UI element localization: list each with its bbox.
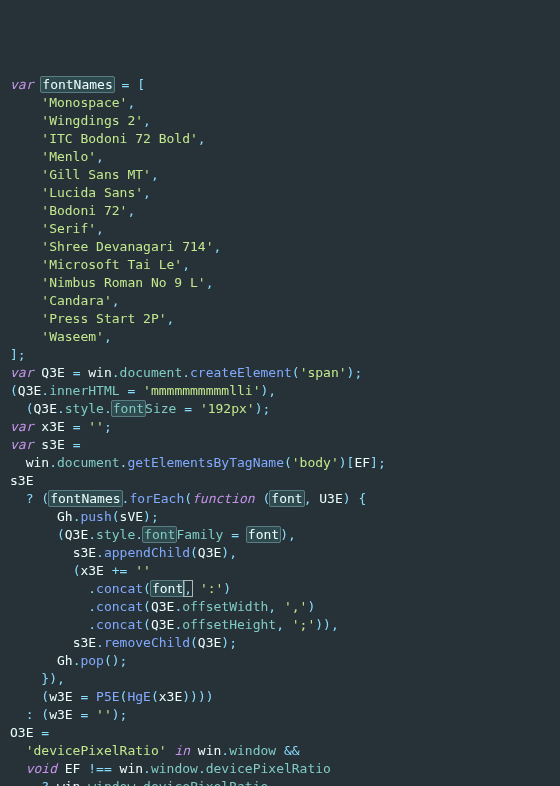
code-line: var Q3E = win.document.createElement('sp…	[10, 364, 550, 382]
code-line: s3E.appendChild(Q3E),	[10, 544, 550, 562]
code-line: : (w3E = '');	[10, 706, 550, 724]
code-line: 'Serif',	[10, 220, 550, 238]
code-line: 'Nimbus Roman No 9 L',	[10, 274, 550, 292]
code-line: 'Bodoni 72',	[10, 202, 550, 220]
code-line: Gh.pop();	[10, 652, 550, 670]
code-line: 'Wingdings 2',	[10, 112, 550, 130]
code-line: s3E	[10, 472, 550, 490]
code-line: (Q3E.style.fontSize = '192px');	[10, 400, 550, 418]
code-line: (Q3E.innerHTML = 'mmmmmmmmmmlli'),	[10, 382, 550, 400]
code-line: 'ITC Bodoni 72 Bold',	[10, 130, 550, 148]
code-line: .concat(Q3E.offsetHeight, ';')),	[10, 616, 550, 634]
code-line: 'Menlo',	[10, 148, 550, 166]
code-editor[interactable]: var fontNames = [ 'Monospace', 'Wingding…	[10, 76, 550, 786]
code-line: ];	[10, 346, 550, 364]
code-line: 'Lucida Sans',	[10, 184, 550, 202]
code-line: 'Shree Devanagari 714',	[10, 238, 550, 256]
code-line: 'Candara',	[10, 292, 550, 310]
code-line: ? (fontNames.forEach(function (font, U3E…	[10, 490, 550, 508]
code-line: win.document.getElementsByTagName('body'…	[10, 454, 550, 472]
code-line: 'Waseem',	[10, 328, 550, 346]
code-line: Gh.push(sVE);	[10, 508, 550, 526]
code-line: (x3E += ''	[10, 562, 550, 580]
code-line: 'devicePixelRatio' in win.window &&	[10, 742, 550, 760]
code-line: .concat(font, ':')	[10, 580, 550, 598]
code-line: 'Gill Sans MT',	[10, 166, 550, 184]
code-line: ? win.window.devicePixelRatio	[10, 778, 550, 786]
code-line: void EF !== win.window.devicePixelRatio	[10, 760, 550, 778]
code-line: O3E =	[10, 724, 550, 742]
code-line: 'Monospace',	[10, 94, 550, 112]
code-line: var s3E =	[10, 436, 550, 454]
code-line: var fontNames = [	[10, 76, 550, 94]
code-line: 'Press Start 2P',	[10, 310, 550, 328]
code-line: (w3E = P5E(HgE(x3E))))	[10, 688, 550, 706]
code-line: (Q3E.style.fontFamily = font),	[10, 526, 550, 544]
code-line: var x3E = '';	[10, 418, 550, 436]
code-line: s3E.removeChild(Q3E);	[10, 634, 550, 652]
code-line: }),	[10, 670, 550, 688]
code-line: 'Microsoft Tai Le',	[10, 256, 550, 274]
code-line: .concat(Q3E.offsetWidth, ',')	[10, 598, 550, 616]
